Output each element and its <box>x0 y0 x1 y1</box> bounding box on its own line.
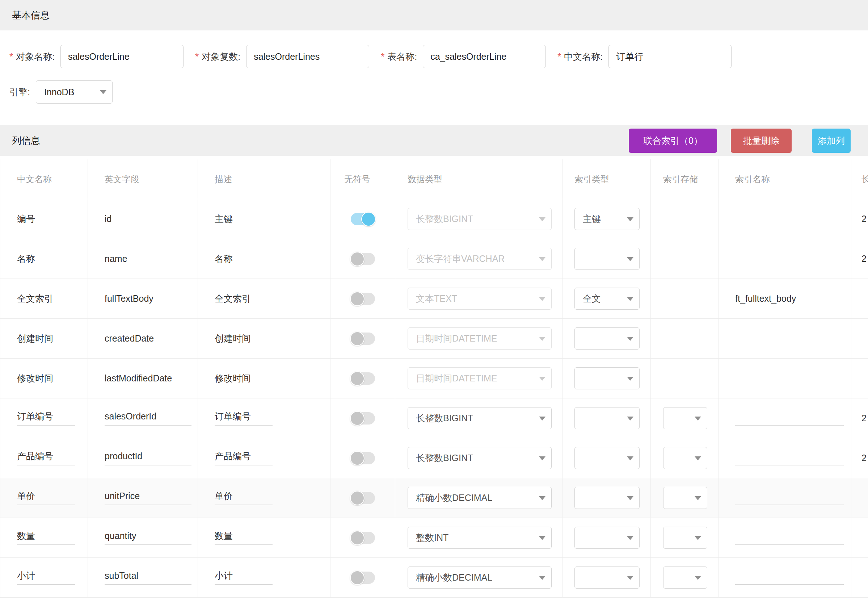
chevron-down-icon <box>539 337 545 341</box>
column-description[interactable]: 小计 <box>215 570 272 585</box>
cell-index-type <box>563 518 651 557</box>
column-en-field[interactable]: quantity <box>105 530 191 545</box>
composite-index-button[interactable]: 联合索引（0） <box>629 129 717 153</box>
index-type-select[interactable] <box>574 527 640 549</box>
index-type-select[interactable] <box>574 327 640 350</box>
engine-select-value: InnoDB <box>44 87 74 97</box>
index-name[interactable] <box>735 411 844 425</box>
column-en-field[interactable]: unitPrice <box>105 490 191 505</box>
index-storage-select[interactable] <box>663 447 707 469</box>
cell-index-type <box>563 398 651 438</box>
index-type-value: 全文 <box>583 293 601 305</box>
unsigned-toggle[interactable] <box>351 492 375 504</box>
col-header-unsigned: 无符号 <box>331 160 395 199</box>
chinese-name-input[interactable] <box>608 45 732 68</box>
cell-data-type: 整数INT <box>395 518 563 557</box>
column-cn-name[interactable]: 单价 <box>17 490 75 505</box>
cell-data-type: 长整数BIGINT <box>395 438 563 478</box>
data-type-select[interactable]: 长整数BIGINT <box>407 447 552 469</box>
col-header-length: 长度 <box>851 160 868 199</box>
index-type-select[interactable]: 主键 <box>574 208 640 230</box>
unsigned-toggle[interactable] <box>351 452 375 464</box>
engine-select[interactable]: InnoDB <box>36 80 113 104</box>
cell-cn-name: 创建时间 <box>0 319 88 358</box>
column-cn-name[interactable]: 数量 <box>17 530 75 545</box>
cell-en-field: productId <box>88 438 198 478</box>
unsigned-toggle[interactable] <box>351 333 375 345</box>
unsigned-toggle[interactable] <box>351 412 375 424</box>
data-type-select[interactable]: 精确小数DECIMAL <box>407 567 552 588</box>
unsigned-toggle[interactable] <box>351 293 375 305</box>
unsigned-toggle[interactable] <box>351 213 375 225</box>
cell-length <box>851 319 868 358</box>
index-type-select[interactable]: 全文 <box>574 287 640 310</box>
cell-index-name <box>718 239 851 278</box>
column-description[interactable]: 单价 <box>215 490 272 505</box>
unsigned-toggle[interactable] <box>351 532 375 544</box>
chevron-down-icon <box>539 377 545 381</box>
column-cn-name[interactable]: 产品编号 <box>17 451 75 465</box>
field-table-name: * 表名称: <box>381 45 546 68</box>
unsigned-toggle[interactable] <box>351 372 375 385</box>
column-en-field: name <box>105 253 127 264</box>
col-header-data-type: 数据类型 <box>395 160 563 199</box>
batch-delete-button[interactable]: 批量删除 <box>731 129 791 153</box>
cell-index-name <box>718 438 851 478</box>
index-storage-select[interactable] <box>663 567 707 588</box>
column-cn-name[interactable]: 订单编号 <box>17 411 75 425</box>
col-header-cn-name: 中文名称 <box>0 160 88 199</box>
data-type-value: 精确小数DECIMAL <box>416 571 492 584</box>
form-row-2: 引擎: InnoDB <box>9 80 868 104</box>
cell-index-type <box>563 239 651 278</box>
chevron-down-icon <box>539 536 545 540</box>
unsigned-toggle[interactable] <box>351 253 375 265</box>
column-description[interactable]: 数量 <box>215 530 272 545</box>
unsigned-toggle[interactable] <box>351 571 375 584</box>
cell-index-type <box>563 558 651 597</box>
index-type-select[interactable] <box>574 487 640 509</box>
column-en-field[interactable]: subTotal <box>105 570 191 585</box>
required-asterisk: * <box>381 51 384 62</box>
index-type-select[interactable] <box>574 367 640 389</box>
index-name[interactable] <box>735 490 844 505</box>
column-en-field[interactable]: productId <box>105 451 191 465</box>
index-storage-select[interactable] <box>663 407 707 429</box>
column-description[interactable]: 产品编号 <box>215 451 272 465</box>
object-name-input[interactable] <box>60 45 184 68</box>
data-type-select[interactable]: 精确小数DECIMAL <box>407 487 552 509</box>
cell-index-storage <box>651 518 718 557</box>
index-type-select[interactable] <box>574 248 640 270</box>
cell-index-storage <box>651 478 718 518</box>
column-description[interactable]: 订单编号 <box>215 411 272 425</box>
columns-table: 中文名称 英文字段 描述 无符号 数据类型 索引类型 索引存储 索引名称 长度 … <box>0 160 868 597</box>
cell-length <box>851 279 868 318</box>
cell-description: 主键 <box>198 199 331 239</box>
data-type-select: 日期时间DATETIME <box>407 327 552 350</box>
index-type-select[interactable] <box>574 407 640 429</box>
index-type-select[interactable] <box>574 447 640 469</box>
column-cn-name[interactable]: 小计 <box>17 570 75 585</box>
data-type-select[interactable]: 长整数BIGINT <box>407 407 552 429</box>
index-name[interactable] <box>735 570 844 585</box>
basic-info-header: 基本信息 <box>0 0 868 31</box>
cell-index-storage <box>651 319 718 358</box>
column-cn-name: 修改时间 <box>17 372 53 384</box>
cell-en-field: createdDate <box>88 319 198 358</box>
index-storage-select[interactable] <box>663 527 707 549</box>
index-storage-select[interactable] <box>663 487 707 509</box>
index-name[interactable] <box>735 451 844 465</box>
chevron-down-icon <box>627 456 634 461</box>
index-name[interactable] <box>735 530 844 545</box>
table-row: 订单编号 salesOrderId 订单编号 长整数BIGINT <box>0 398 868 438</box>
data-type-select[interactable]: 整数INT <box>407 527 552 549</box>
column-en-field[interactable]: salesOrderId <box>105 411 191 425</box>
basic-info-title: 基本信息 <box>12 9 50 22</box>
column-cn-name: 全文索引 <box>17 293 53 305</box>
cell-index-type <box>563 319 651 358</box>
index-type-select[interactable] <box>574 567 640 588</box>
cell-unsigned <box>331 518 395 557</box>
object-plural-input[interactable] <box>246 45 369 68</box>
cell-en-field: name <box>88 239 198 278</box>
table-name-input[interactable] <box>423 45 546 68</box>
add-column-button[interactable]: 添加列 <box>812 129 851 153</box>
